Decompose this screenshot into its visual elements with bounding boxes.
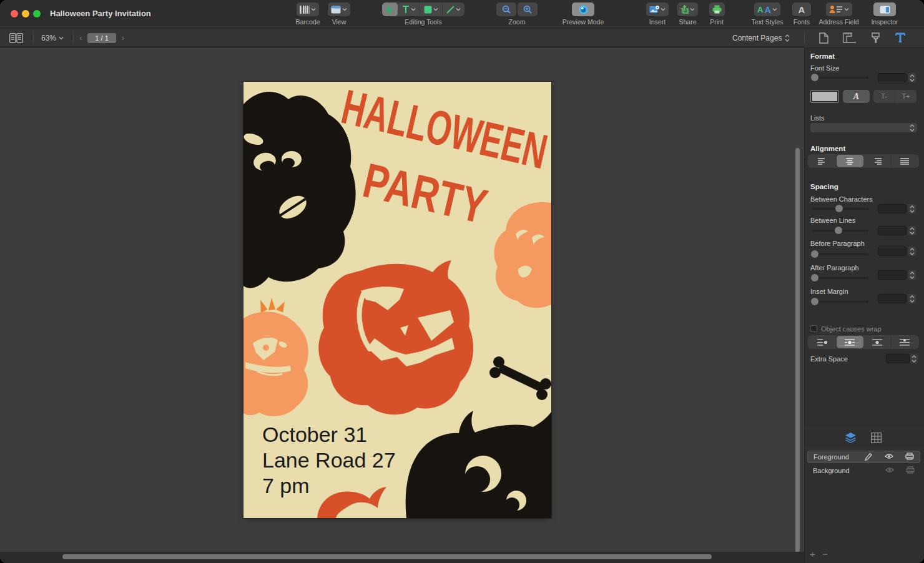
after-paragraph-stepper[interactable] — [908, 270, 916, 280]
poster-page[interactable]: .p-cream{fill:var(--poster-cream);} .p-r… — [243, 82, 551, 518]
font-size-step-buttons: T- T+ — [873, 90, 917, 103]
zoom-out-icon — [502, 5, 511, 14]
between-characters-slider[interactable] — [812, 205, 868, 212]
inset-margin-slider[interactable] — [812, 298, 868, 305]
vertical-scrollbar[interactable] — [795, 148, 800, 552]
select-tool-button[interactable] — [382, 2, 398, 16]
toolbar-item-inspector: Inspector — [867, 2, 903, 26]
decrease-size-button[interactable]: T- — [873, 90, 895, 103]
align-right-button[interactable] — [863, 155, 892, 167]
layer-print-button[interactable] — [900, 466, 920, 475]
print-button[interactable] — [709, 2, 725, 16]
wrap-through-button[interactable] — [892, 336, 919, 348]
font-panel-button[interactable]: A — [843, 90, 870, 103]
layer-print-button[interactable] — [899, 453, 920, 461]
layer-row-foreground[interactable]: Foreground — [807, 451, 920, 463]
before-paragraph-slider[interactable] — [812, 250, 868, 258]
between-lines-field[interactable] — [878, 226, 907, 235]
minimize-button[interactable] — [22, 10, 29, 17]
chevron-down-icon — [772, 7, 777, 11]
before-paragraph-stepper[interactable] — [908, 247, 916, 256]
toolbar-label: Address Field — [815, 18, 862, 26]
page-indicator[interactable]: 1 / 1 — [87, 33, 115, 43]
fonts-button[interactable]: A — [792, 2, 811, 16]
lists-dropdown[interactable] — [810, 123, 917, 132]
chevron-down-icon — [456, 7, 461, 11]
toolbar-label: Zoom — [495, 18, 539, 26]
align-center-button[interactable] — [837, 155, 864, 167]
address-field-button[interactable] — [826, 2, 852, 16]
extra-space-field[interactable] — [886, 354, 910, 363]
chevron-down-icon — [690, 7, 695, 11]
between-characters-stepper[interactable] — [908, 204, 916, 213]
inset-margin-field[interactable] — [878, 294, 907, 303]
previous-page-button[interactable]: ‹ — [79, 33, 82, 42]
toolbar-label: View — [321, 18, 357, 26]
after-paragraph-field[interactable] — [878, 270, 907, 280]
divider — [73, 32, 74, 44]
edit-layer-button[interactable] — [858, 453, 878, 462]
between-lines-stepper[interactable] — [908, 226, 916, 235]
align-left-button[interactable] — [808, 155, 837, 167]
text-styles-button[interactable]: A A — [754, 2, 780, 16]
share-button[interactable] — [677, 2, 698, 16]
tab-layers[interactable] — [845, 432, 857, 443]
next-page-button[interactable]: › — [122, 33, 124, 42]
chevron-down-icon — [844, 7, 849, 11]
font-size-slider[interactable] — [812, 74, 868, 81]
after-paragraph-slider[interactable] — [812, 274, 868, 282]
wrap-above-below-button[interactable] — [863, 336, 892, 348]
layer-row-background[interactable]: Background — [807, 464, 920, 477]
lists-label: Lists — [810, 114, 825, 122]
brush-icon — [870, 32, 881, 44]
align-justify-button[interactable] — [892, 155, 919, 167]
insert-button[interactable] — [646, 2, 669, 16]
close-button[interactable] — [11, 10, 18, 17]
shape-tool-button[interactable] — [420, 2, 443, 16]
font-size-field[interactable] — [878, 73, 907, 82]
toolbar-label: Preview Mode — [559, 18, 607, 26]
zoom-out-button[interactable] — [496, 2, 516, 16]
tab-document[interactable] — [819, 27, 828, 48]
pages-sidebar-toggle[interactable] — [9, 27, 23, 48]
fullscreen-button[interactable] — [33, 10, 41, 17]
increase-size-button[interactable]: T+ — [895, 90, 917, 103]
inset-margin-stepper[interactable] — [908, 294, 916, 303]
between-characters-field[interactable] — [878, 204, 907, 213]
zoom-level-dropdown[interactable]: 63% — [41, 27, 64, 48]
wrap-around-button[interactable] — [837, 336, 864, 348]
tab-grid[interactable] — [871, 433, 882, 443]
tab-fill-stroke[interactable] — [870, 27, 881, 48]
zoom-in-button[interactable] — [518, 2, 538, 16]
fonts-icon: A — [799, 4, 805, 15]
layer-name: Background — [813, 467, 858, 474]
text-tool-button[interactable] — [398, 2, 420, 16]
layer-visibility-button[interactable] — [878, 453, 899, 461]
font-size-stepper[interactable] — [908, 73, 916, 82]
text-color-well[interactable] — [810, 90, 839, 103]
view-button[interactable] — [328, 2, 350, 16]
inspector-button[interactable] — [873, 2, 896, 16]
toolbar-label: Fonts — [790, 18, 813, 26]
preview-mode-button[interactable] — [572, 2, 594, 16]
remove-layer-button[interactable]: − — [822, 549, 828, 559]
zoom-in-icon — [523, 5, 532, 14]
canvas-area[interactable]: .p-cream{fill:var(--poster-cream);} .p-r… — [0, 48, 804, 563]
before-paragraph-field[interactable] — [878, 247, 907, 256]
between-lines-slider[interactable] — [812, 227, 868, 234]
toolbar-item-editing-tools: Editing Tools — [373, 2, 473, 26]
ruler-icon — [843, 32, 857, 43]
wrap-left-button[interactable] — [808, 336, 837, 348]
pages-mode-dropdown[interactable]: Content Pages — [732, 27, 790, 48]
object-causes-wrap-checkbox[interactable] — [810, 325, 817, 332]
layer-visibility-button[interactable] — [879, 467, 900, 474]
barcode-button[interactable] — [297, 2, 319, 16]
tab-geometry[interactable] — [843, 27, 857, 48]
line-tool-button[interactable] — [443, 2, 464, 16]
horizontal-scrollbar[interactable] — [62, 554, 712, 559]
add-layer-button[interactable]: + — [810, 549, 815, 559]
extra-space-stepper[interactable] — [910, 354, 918, 363]
toolbar-label: Share — [674, 18, 702, 26]
tab-text[interactable] — [895, 27, 905, 48]
preview-icon — [579, 5, 588, 14]
